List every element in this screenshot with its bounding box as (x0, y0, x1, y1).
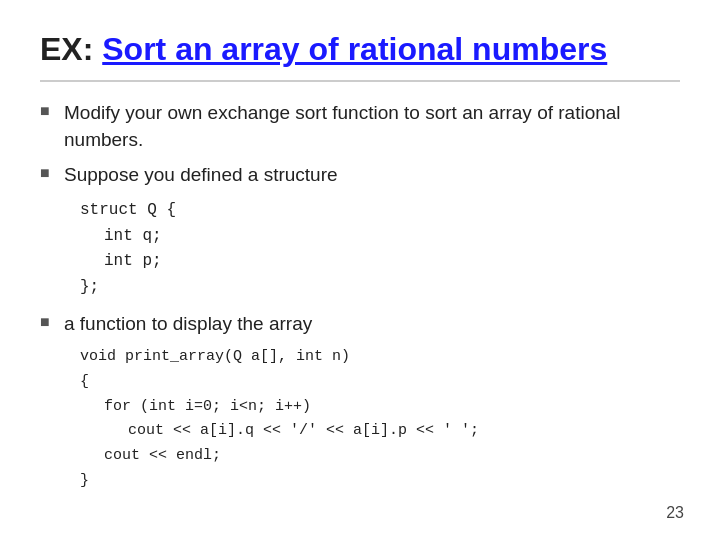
code-func-line-1: void print_array(Q a[], int n) (80, 345, 680, 370)
slide-title: EX: Sort an array of rational numbers (40, 30, 680, 68)
code-func-line-5: cout << endl; (104, 444, 680, 469)
title-prefix: EX: (40, 31, 102, 67)
code-func-line-6: } (80, 469, 680, 494)
title-divider (40, 80, 680, 82)
bullet-item-3: ■ a function to display the array (40, 311, 680, 338)
bullet-marker-1: ■ (40, 102, 54, 120)
slide: EX: Sort an array of rational numbers ■ … (0, 0, 720, 540)
code-line-2: int q; (104, 224, 680, 250)
code-line-4: }; (80, 275, 680, 301)
page-number: 23 (666, 504, 684, 522)
code-func-line-2: { (80, 370, 680, 395)
bullet-item-1: ■ Modify your own exchange sort function… (40, 100, 680, 153)
code-line-1: struct Q { (80, 198, 680, 224)
bullet-text-3: a function to display the array (64, 311, 312, 338)
code-struct: struct Q { int q; int p; }; (80, 198, 680, 300)
bullet-marker-2: ■ (40, 164, 54, 182)
bullet-section-top: ■ Modify your own exchange sort function… (40, 100, 680, 188)
code-line-3: int p; (104, 249, 680, 275)
bullet-text-2: Suppose you defined a structure (64, 162, 338, 189)
code-function: void print_array(Q a[], int n) { for (in… (80, 345, 680, 494)
title-link[interactable]: Sort an array of rational numbers (102, 31, 607, 67)
bullet-item-2: ■ Suppose you defined a structure (40, 162, 680, 189)
bullet-text-1: Modify your own exchange sort function t… (64, 100, 680, 153)
code-func-line-4: cout << a[i].q << '/' << a[i].p << ' '; (128, 419, 680, 444)
code-func-line-3: for (int i=0; i<n; i++) (104, 395, 680, 420)
bullet-marker-3: ■ (40, 313, 54, 331)
